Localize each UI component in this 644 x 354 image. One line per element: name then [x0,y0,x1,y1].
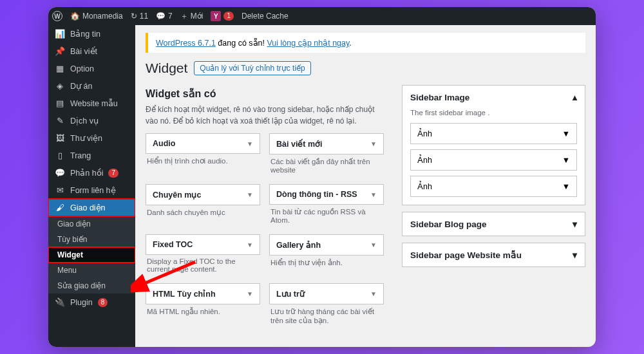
chevron-down-icon: ▼ [370,241,377,248]
diamond-icon: ◈ [55,81,65,91]
chevron-down-icon: ▾ [573,250,577,260]
widget-recent-posts[interactable]: Bài viết mới▼ [269,133,384,154]
chevron-down-icon: ▾ [573,219,577,229]
sidebar-item-plugins[interactable]: 🔌Plugin8 [48,293,135,311]
chevron-down-icon: ▼ [562,182,570,191]
area-toggle[interactable]: Sidebar Blog page▾ [402,212,585,236]
chevron-down-icon: ▼ [562,156,570,165]
dashboard-icon: 📊 [55,29,65,39]
sidebar-item-comments[interactable]: 💬Phản hồi7 [48,164,135,182]
submenu-themes[interactable]: Giao diện [48,216,135,232]
comment-icon: 💬 [55,168,65,178]
sidebar-item-pages[interactable]: ▯Trang [48,147,135,164]
caret-up-icon: ▴ [573,92,577,102]
sidebar-item-duan[interactable]: ◈Dự án [48,77,135,95]
placed-widget-image[interactable]: Ảnh▼ [410,123,577,144]
widget-custom-html[interactable]: HTML Tùy chỉnh▼ [146,283,260,304]
submenu-customize[interactable]: Tùy biến [48,232,135,247]
area-toggle[interactable]: Sidebar Image▴ [402,86,585,109]
grid-icon: ▦ [55,64,65,73]
widget-archives[interactable]: Lưu trữ▼ [269,283,384,304]
sidebar-item-dichvu[interactable]: ✎Dịch vụ [48,112,135,129]
mail-icon: ✉ [55,185,65,195]
comments[interactable]: 💬 7 [156,12,173,21]
submenu-widgets[interactable]: Widget [48,247,135,263]
widget-categories[interactable]: Chuyên mục▼ [146,184,260,205]
updates[interactable]: ↻ 11 [131,12,148,21]
placed-widget-image[interactable]: Ảnh▼ [410,149,577,171]
chevron-down-icon: ▼ [370,191,377,198]
sidebar-item-appearance[interactable]: 🖌Giao diện [48,199,135,216]
appearance-submenu: Giao diện Tùy biến Widget Menu Sửa giao … [48,216,135,293]
admin-bar: W 🏠 Monamedia ↻ 11 💬 7 ＋ Mới Y1 Delete C… [48,7,596,25]
sidebar-area-blog: Sidebar Blog page▾ [402,212,585,236]
sidebar-area-image: Sidebar Image▴ The first sidebar image .… [402,85,585,205]
widget-gallery[interactable]: Gallery ảnh▼ [269,234,384,256]
chevron-down-icon: ▼ [562,129,570,138]
manage-customizer-button[interactable]: Quản lý với Tuỳ chỉnh trực tiếp [194,61,310,75]
page-icon: ▯ [55,151,65,160]
image-icon: 🖼 [55,133,65,143]
update-now-link[interactable]: Vui lòng cập nhật ngay [267,39,349,48]
chevron-down-icon: ▼ [247,241,253,248]
submenu-editor[interactable]: Sửa giao diện [48,278,135,293]
sidebar-item-option[interactable]: ▦Option [48,60,135,77]
delete-cache[interactable]: Delete Cache [242,12,289,21]
page-title: Widget Quản lý với Tuỳ chỉnh trực tiếp [146,61,585,76]
chevron-down-icon: ▼ [370,140,377,147]
admin-sidebar: 📊Bảng tin 📌Bài viết ▦Option ◈Dự án ▤Webs… [48,25,135,347]
widget-fixed-toc[interactable]: Fixed TOC▼ [146,234,260,255]
brush-icon: 🖌 [55,203,65,212]
wp-logo[interactable]: W [52,11,62,21]
site-home[interactable]: 🏠 Monamedia [70,12,123,21]
pencil-icon: ✎ [55,116,65,126]
chevron-down-icon: ▼ [370,290,377,297]
sidebar-area-website: Sidebar page Website mẫu▾ [402,243,585,267]
available-widgets-heading: Widget sẵn có [146,88,384,100]
widget-rss[interactable]: Dòng thông tin - RSS▼ [269,184,384,205]
placed-widget-image[interactable]: Ảnh▼ [410,176,577,197]
chevron-down-icon: ▼ [247,290,253,297]
available-widgets-grid: Audio▼Hiển thị trình chơi audio. Bài viế… [146,133,384,330]
update-notice: WordPress 6.7.1 đang có sẵn! Vui lòng cậ… [146,33,585,53]
list-icon: ▤ [55,98,65,108]
sidebar-item-dashboard[interactable]: 📊Bảng tin [48,25,135,42]
sidebar-item-website[interactable]: ▤Website mẫu [48,95,135,112]
area-toggle[interactable]: Sidebar page Website mẫu▾ [402,243,585,266]
notice-text: đang có sẵn! [216,39,267,48]
submenu-menus[interactable]: Menu [48,263,135,278]
sidebar-item-posts[interactable]: 📌Bài viết [48,42,135,60]
chevron-down-icon: ▼ [247,140,253,147]
main-content: WordPress 6.7.1 đang có sẵn! Vui lòng cậ… [135,25,596,347]
widget-audio[interactable]: Audio▼ [146,133,260,154]
pin-icon: 📌 [55,46,65,56]
sidebar-item-form[interactable]: ✉Form liên hệ [48,182,135,199]
wp-version-link[interactable]: WordPress 6.7.1 [156,39,216,48]
plugin-icon: 🔌 [55,297,65,307]
available-widgets-desc: Để kích hoạt một widget, rê nó vào trong… [146,104,384,127]
chevron-down-icon: ▼ [247,191,253,198]
sidebar-item-media[interactable]: 🖼Thư viện [48,129,135,147]
new-content[interactable]: ＋ Mới [180,11,204,22]
yoast[interactable]: Y1 [211,11,234,21]
